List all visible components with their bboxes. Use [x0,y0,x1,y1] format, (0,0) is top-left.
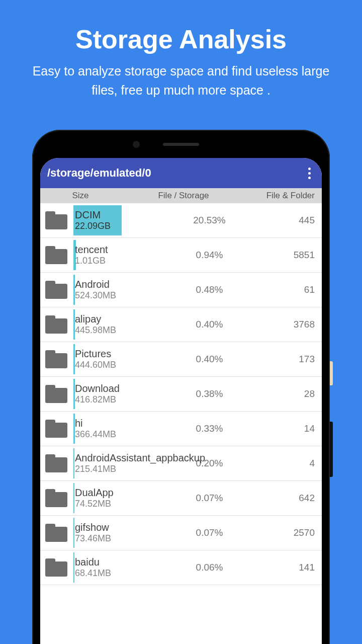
col-size[interactable]: Size [40,191,121,201]
folder-icon [44,488,68,508]
folder-percent: 0.07% [149,527,269,538]
folder-icon [44,419,68,439]
folder-name: Android [75,279,149,290]
folder-count: 141 [269,562,315,573]
list-item[interactable]: Android524.30MB0.48%61 [40,273,322,307]
folder-size: 73.46MB [75,533,149,544]
folder-count: 642 [269,493,315,504]
folder-percent: 0.38% [149,388,269,399]
folder-icon [44,245,68,265]
folder-percent: 0.94% [149,250,269,261]
folder-name: Download [75,383,149,394]
folder-size: 444.60MB [75,360,149,370]
folder-percent: 0.33% [149,423,269,434]
folder-size: 68.41MB [75,568,149,579]
folder-name: hi [75,418,149,429]
folder-count: 3768 [269,319,315,330]
list-item[interactable]: baidu68.41MB0.06%141 [40,550,322,585]
folder-count: 61 [269,284,315,295]
folder-count: 4 [269,458,315,469]
folder-name: tencent [75,244,149,256]
folder-percent: 0.06% [149,562,269,573]
folder-name: alipay [75,313,149,325]
folder-size: 215.41MB [75,464,149,474]
folder-count: 173 [269,354,315,365]
promo-subtitle: Easy to analyze storage space and find u… [0,54,362,100]
list-item[interactable]: DualApp74.52MB0.07%642 [40,481,322,516]
folder-name: DualApp [75,487,149,499]
folder-size: 366.44MB [75,429,149,440]
list-item[interactable]: DCIM22.09GB20.53%445 [40,203,322,238]
folder-icon [44,557,68,578]
list-item[interactable]: gifshow73.46MB0.07%2570 [40,516,322,550]
folder-list[interactable]: DCIM22.09GB20.53%445tencent1.01GB0.94%58… [40,203,322,585]
folder-icon [44,523,68,543]
folder-count: 28 [269,388,315,399]
folder-count: 445 [269,215,315,226]
folder-count: 14 [269,423,315,434]
folder-icon [44,349,68,369]
list-item[interactable]: hi366.44MB0.33%14 [40,412,322,446]
folder-count: 2570 [269,527,315,538]
side-button-icon [330,422,333,477]
folder-size: 74.52MB [75,499,149,509]
col-file-folder[interactable]: File & Folder [246,191,322,201]
folder-size: 445.98MB [75,325,149,336]
folder-name: baidu [75,556,149,568]
folder-icon [44,280,68,300]
side-button-icon [330,361,333,385]
col-file-storage[interactable]: File / Storage [121,191,246,201]
speaker-icon [163,143,199,146]
folder-name: gifshow [75,522,149,533]
folder-percent: 0.48% [149,284,269,295]
folder-name: Pictures [75,348,149,360]
column-header: Size File / Storage File & Folder [40,188,322,203]
camera-icon [133,141,140,148]
folder-size: 416.82MB [75,394,149,405]
folder-size: 22.09GB [75,221,149,231]
folder-size: 1.01GB [75,256,149,266]
path-label: /storage/emulated/0 [47,167,151,180]
folder-size: 524.30MB [75,290,149,301]
folder-icon [44,384,68,404]
list-item[interactable]: AndroidAssistant_appbackup215.41MB0.20%4 [40,446,322,481]
folder-icon [44,210,68,230]
folder-percent: 0.07% [149,493,269,504]
more-icon[interactable] [305,165,314,182]
list-item[interactable]: Pictures444.60MB0.40%173 [40,342,322,377]
list-item[interactable]: Download416.82MB0.38%28 [40,377,322,412]
list-item[interactable]: alipay445.98MB0.40%3768 [40,307,322,342]
folder-percent: 0.40% [149,354,269,365]
phone-frame: /storage/emulated/0 Size File / Storage … [32,130,330,644]
promo-title: Storage Analysis [0,0,362,54]
folder-icon [44,453,68,473]
appbar: /storage/emulated/0 [40,158,322,188]
folder-icon [44,314,68,335]
folder-name: AndroidAssistant_appbackup [75,452,149,464]
folder-percent: 20.53% [149,215,269,226]
folder-count: 5851 [269,250,315,261]
list-item[interactable]: tencent1.01GB0.94%5851 [40,238,322,273]
folder-percent: 0.40% [149,319,269,330]
screen: /storage/emulated/0 Size File / Storage … [40,158,322,644]
folder-name: DCIM [75,209,149,221]
